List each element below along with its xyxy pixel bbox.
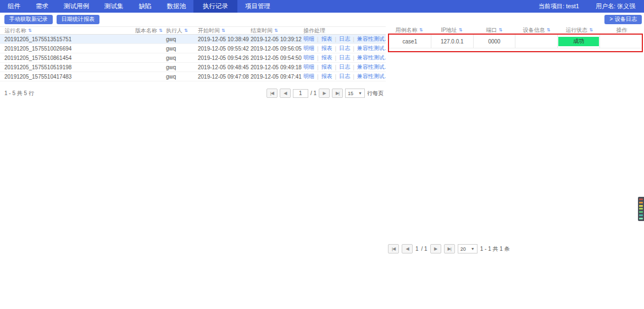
case-results-header: 用例名称 ⇅ IP地址 ⇅ 端口 ⇅ 设备信息 ⇅ 运行状态 ⇅ 操作 [388,26,643,34]
report-link[interactable]: 报表 [321,63,332,71]
compatibility-test-link[interactable]: 兼容性测试... [357,63,386,71]
nav-item-project-management[interactable]: 项目管理 [237,0,278,13]
navbar-right: 当前项目: test1 用户名: 张义强 [538,0,644,13]
sort-icon[interactable]: ⇅ [184,28,188,33]
table-row[interactable]: 20191205_1575510519198 gwq 2019-12-05 09… [0,63,386,72]
nav-item-components[interactable]: 组件 [0,0,28,13]
username-label[interactable]: 用户名: 张义强 [596,2,635,10]
next-page-button[interactable]: ▶ [319,89,330,98]
device-log-button[interactable]: > 设备日志 [604,15,642,24]
executor-cell: gwq [166,64,198,70]
detail-link[interactable]: 明细 [303,45,314,52]
report-link[interactable]: 报表 [321,35,332,43]
run-name-cell: 20191205_1575510519198 [4,64,135,70]
daily-report-button[interactable]: 日期统计报表 [57,15,99,24]
nav-item-test-sets[interactable]: 测试集 [97,0,131,13]
page-size-select[interactable]: 15 ▼ [345,89,365,98]
chevron-down-icon: ▼ [358,91,362,95]
last-page-button[interactable]: ▶| [444,244,455,253]
column-header-ip[interactable]: IP地址 ⇅ [430,26,473,34]
sort-icon[interactable]: ⇅ [498,27,502,32]
nav-item-data-pool[interactable]: 数据池 [159,0,194,13]
case-results-footer: |◀ ◀ 1 / 1 ▶ ▶| 20 ▼ 1 - 1 共 1 条 [388,244,510,253]
sort-icon[interactable]: ⇅ [274,28,278,33]
edge-toolbar-widget[interactable] [638,197,644,221]
table-row[interactable]: 20191205_1575510026694 gwq 2019-12-05 09… [0,44,386,53]
start-time-cell: 2019-12-05 09:54:26 [198,55,251,61]
first-page-button[interactable]: |◀ [267,89,277,98]
column-header-device-info[interactable]: 设备信息 ⇅ [515,26,558,34]
executor-cell: gwq [166,74,198,80]
column-header-start-time[interactable]: 开始时间 ⇅ [198,27,251,35]
column-header-version[interactable]: 版本名称 ⇅ [135,27,166,35]
log-link[interactable]: 日志 [339,35,350,43]
column-header-run-status[interactable]: 运行状态 ⇅ [558,26,600,34]
column-header-port[interactable]: 端口 ⇅ [473,26,515,34]
column-header-end-time[interactable]: 结束时间 ⇅ [251,27,303,35]
nav-item-execution-records[interactable]: 执行记录 [193,0,237,13]
compatibility-test-link[interactable]: 兼容性测试... [357,35,386,43]
page-size-select[interactable]: 20 ▼ [458,244,478,253]
execution-runs-body: 20191205_1575513515751 gwq 2019-12-05 10… [0,35,386,81]
device-info-cell [515,35,558,48]
table-row[interactable]: 20191205_1575510417483 gwq 2019-12-05 09… [0,72,386,81]
sort-icon[interactable]: ⇅ [547,27,551,32]
execution-runs-footer: 1 - 5 共 5 行 |◀ ◀ / 1 ▶ ▶| 15 ▼ 行每页 [0,89,386,98]
next-page-button[interactable]: ▶ [430,244,441,253]
separator: | [317,36,319,42]
detail-link[interactable]: 明细 [303,35,314,43]
sort-icon[interactable]: ⇅ [589,27,593,32]
column-header-label: 用例名称 [396,26,418,34]
page-size-value: 20 [460,246,466,252]
detail-link[interactable]: 明细 [303,54,314,62]
last-page-button[interactable]: ▶| [332,89,343,98]
prev-page-button[interactable]: ◀ [280,89,291,98]
end-time-cell: 2019-12-05 10:39:12 [251,36,303,42]
column-header-case-name[interactable]: 用例名称 ⇅ [388,26,430,34]
page-number-input[interactable] [293,89,308,98]
column-header-label: 设备信息 [523,26,545,34]
widget-stripe [639,198,643,200]
sort-icon[interactable]: ⇅ [459,27,463,32]
report-link[interactable]: 报表 [321,73,332,80]
detail-link[interactable]: 明细 [303,63,314,71]
detail-link[interactable]: 明细 [303,73,314,80]
compatibility-test-link[interactable]: 兼容性测试... [357,45,386,52]
sort-icon[interactable]: ⇅ [159,28,163,33]
sort-icon[interactable]: ⇅ [419,27,423,32]
separator: | [317,74,319,80]
separator: | [353,64,354,70]
sort-icon[interactable]: ⇅ [28,28,32,33]
page-total-label: / 1 [310,90,317,96]
fetch-records-button[interactable]: 手动获取新记录 [4,15,53,24]
page-size-suffix-label: 行每页 [367,90,384,97]
column-header-label: 执行人 [166,27,182,35]
table-row[interactable]: 20191205_1575513515751 gwq 2019-12-05 10… [0,35,386,44]
widget-stripe [639,218,643,219]
log-link[interactable]: 日志 [339,63,350,71]
report-link[interactable]: 报表 [321,54,332,62]
nav-item-defects[interactable]: 缺陷 [131,0,159,13]
nav-item-requirements[interactable]: 需求 [28,0,56,13]
log-link[interactable]: 日志 [339,54,350,62]
column-header-run-name[interactable]: 运行名称 ⇅ [4,27,135,35]
execution-runs-header: 运行名称 ⇅ 版本名称 ⇅ 执行人 ⇅ 开始时间 ⇅ 结束时间 ⇅ 操作处理 [0,26,386,35]
separator: | [353,46,354,52]
prev-page-button[interactable]: ◀ [402,244,413,253]
log-link[interactable]: 日志 [339,45,350,52]
compatibility-test-link[interactable]: 兼容性测试... [357,73,386,80]
compatibility-test-link[interactable]: 兼容性测试... [357,54,386,62]
log-link[interactable]: 日志 [339,73,350,80]
separator: | [335,46,337,52]
table-row[interactable]: 20191205_1575510861454 gwq 2019-12-05 09… [0,53,386,63]
report-link[interactable]: 报表 [321,45,332,52]
case-result-row[interactable]: case1 127.0.0.1 0000 成功 [389,35,642,48]
column-header-executor[interactable]: 执行人 ⇅ [166,27,198,35]
column-header-label: 结束时间 [251,27,273,35]
first-page-button[interactable]: |◀ [388,244,399,253]
action-cell [600,35,642,48]
sort-icon[interactable]: ⇅ [221,28,225,33]
status-badge[interactable]: 成功 [558,37,599,46]
nav-item-test-cases[interactable]: 测试用例 [56,0,97,13]
actions-cell: 明细 | 报表 | 日志 | 兼容性测试... [303,63,386,71]
